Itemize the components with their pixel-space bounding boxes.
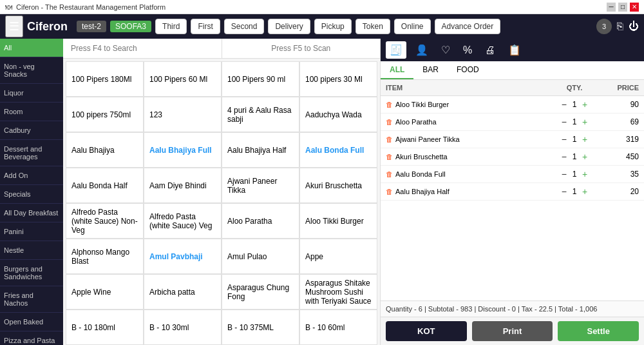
delete-item-icon[interactable]: 🗑 xyxy=(386,170,393,178)
food-item[interactable]: Aaduchya Wada xyxy=(299,97,377,132)
close-button[interactable]: ✕ xyxy=(630,3,639,12)
food-item[interactable]: Aalu Bhajiya xyxy=(66,132,144,168)
food-item[interactable]: Alfredo Pasta (white Sauce) Veg xyxy=(144,203,222,239)
sidebar-item-panini[interactable]: Panini xyxy=(0,222,63,241)
food-item[interactable]: Aam Diye Bhindi xyxy=(144,168,222,203)
food-item[interactable]: 100 Pipers 60 Ml xyxy=(144,61,222,97)
food-item[interactable]: Alphonso Mango Blast xyxy=(66,239,144,274)
tab-pickup[interactable]: Pickup xyxy=(314,19,352,34)
food-item[interactable]: Aloo Tikki Burger xyxy=(299,203,377,239)
qty-decrease[interactable]: − xyxy=(562,99,567,110)
delete-item-icon[interactable]: 🗑 xyxy=(386,101,393,108)
qty-increase[interactable]: + xyxy=(582,99,587,110)
food-item[interactable]: B - 10 180ml xyxy=(66,310,144,345)
bill-row-name: 🗑 Ajwani Paneer Tikka xyxy=(386,135,549,143)
maximize-button[interactable]: □ xyxy=(618,3,627,12)
tab-token[interactable]: Token xyxy=(355,19,390,34)
food-item[interactable]: B - 10 60ml xyxy=(299,310,377,345)
percent-icon[interactable]: % xyxy=(459,42,476,59)
qty-decrease[interactable]: − xyxy=(562,117,567,127)
sidebar-item-nestle[interactable]: Nestle xyxy=(0,241,63,260)
qty-decrease[interactable]: − xyxy=(562,169,567,179)
active-session-tag[interactable]: SOOFA3 xyxy=(110,21,151,32)
sidebar-item-room[interactable]: Room xyxy=(0,103,63,121)
food-item[interactable]: Appe xyxy=(299,239,377,274)
sidebar-item-openbaked[interactable]: Open Baked xyxy=(0,313,63,331)
tab-bar[interactable]: BAR xyxy=(413,61,448,79)
qty-increase[interactable]: + xyxy=(582,169,587,179)
food-item[interactable]: Arbicha patta xyxy=(144,274,222,310)
food-item[interactable]: Aalu Bonda Half xyxy=(66,168,144,203)
sidebar-item-pizza[interactable]: Pizza and Pasta xyxy=(0,331,63,345)
sidebar: All Non - veg Snacks Liquor Room Cadbury… xyxy=(0,39,63,345)
bill-actions: KOT Print Settle xyxy=(381,317,644,345)
titlebar-controls[interactable]: ─ □ ✕ xyxy=(607,3,639,12)
food-item[interactable]: Asparagus Chung Fong xyxy=(222,274,299,310)
food-item[interactable]: Akuri Bruschetta xyxy=(299,168,377,203)
kot-button[interactable]: KOT xyxy=(386,321,467,341)
hamburger-menu[interactable]: ☰ xyxy=(5,15,23,37)
delete-item-icon[interactable]: 🗑 xyxy=(386,135,393,143)
sidebar-item-addon[interactable]: Add On xyxy=(0,166,63,185)
sidebar-item-dessert[interactable]: Dessert and Beverages xyxy=(0,140,63,166)
sidebar-item-specials[interactable]: Specials xyxy=(0,185,63,204)
qty-decrease[interactable]: − xyxy=(562,186,567,197)
food-item[interactable]: Aalu Bhajiya Full xyxy=(144,132,222,168)
food-item[interactable]: Asparagus Shitake Mushroom Sushi with Te… xyxy=(299,274,377,310)
food-item[interactable]: 100 Pipers 180Ml xyxy=(66,61,144,97)
qty-decrease[interactable]: − xyxy=(562,152,567,162)
sidebar-item-all[interactable]: All xyxy=(0,39,63,57)
user-icon[interactable]: 👤 xyxy=(412,41,432,59)
sidebar-item-nonveg[interactable]: Non - veg Snacks xyxy=(0,57,63,84)
minimize-button[interactable]: ─ xyxy=(607,3,616,12)
food-item[interactable]: Amul Pavbhaji xyxy=(144,239,222,274)
scan-input[interactable] xyxy=(222,39,381,58)
food-item[interactable]: B - 10 375ML xyxy=(222,310,299,345)
navbar: ☰ Ciferon test-2 SOOFA3 Third First Seco… xyxy=(0,14,644,39)
tab-third[interactable]: Third xyxy=(155,19,187,34)
qty-decrease[interactable]: − xyxy=(562,134,567,144)
qty-increase[interactable]: + xyxy=(582,117,587,127)
sidebar-item-burgers[interactable]: Burgers and Sandwiches xyxy=(0,260,63,286)
search-input[interactable] xyxy=(63,39,222,58)
delete-item-icon[interactable]: 🗑 xyxy=(386,153,393,161)
heart-icon[interactable]: ♡ xyxy=(437,41,454,59)
food-item[interactable]: 100 pipers 30 Ml xyxy=(299,61,377,97)
print-header-icon[interactable]: 🖨 xyxy=(481,42,499,59)
food-item[interactable]: 4 puri & Aalu Rasa sabji xyxy=(222,97,299,132)
bill-icon[interactable]: 🧾 xyxy=(386,41,406,59)
food-item[interactable]: Aloo Paratha xyxy=(222,203,299,239)
print-button[interactable]: Print xyxy=(472,321,553,341)
food-item[interactable]: Amul Pulao xyxy=(222,239,299,274)
tab-all[interactable]: ALL xyxy=(381,61,413,79)
food-item[interactable]: 100 Pipers 90 ml xyxy=(222,61,299,97)
sidebar-item-breakfast[interactable]: All Day Breakfast xyxy=(0,204,63,222)
tab-advance-order[interactable]: Advance Order xyxy=(435,19,501,34)
food-item[interactable]: Alfredo Pasta (white Sauce) Non-Veg xyxy=(66,203,144,239)
tab-second[interactable]: Second xyxy=(224,19,265,34)
delete-item-icon[interactable]: 🗑 xyxy=(386,118,393,126)
power-icon[interactable]: ⏻ xyxy=(629,21,639,32)
tab-food[interactable]: FOOD xyxy=(448,61,488,79)
food-item[interactable]: Aalu Bonda Full xyxy=(299,132,377,168)
note-icon[interactable]: 📋 xyxy=(504,41,525,59)
qty-increase[interactable]: + xyxy=(582,152,587,162)
tab-first[interactable]: First xyxy=(191,19,220,34)
qty-increase[interactable]: + xyxy=(582,186,587,197)
sidebar-item-liquor[interactable]: Liquor xyxy=(0,84,63,103)
sidebar-item-cadbury[interactable]: Cadbury xyxy=(0,121,63,140)
settle-button[interactable]: Settle xyxy=(558,321,639,341)
copy-icon[interactable]: ⎘ xyxy=(617,21,623,32)
tab-delivery[interactable]: Delivery xyxy=(268,19,310,34)
food-item[interactable]: Aalu Bhajiya Half xyxy=(222,132,299,168)
tab-online[interactable]: Online xyxy=(394,19,431,34)
qty-increase[interactable]: + xyxy=(582,134,587,144)
sidebar-item-fries[interactable]: Fries and Nachos xyxy=(0,286,63,313)
delete-item-icon[interactable]: 🗑 xyxy=(386,188,393,195)
food-item[interactable]: Apple Wine xyxy=(66,274,144,310)
food-item[interactable]: 123 xyxy=(144,97,222,132)
food-item[interactable]: Ajwani Paneer Tikka xyxy=(222,168,299,203)
qty-value: 1 xyxy=(569,152,580,161)
food-item[interactable]: 100 pipers 750ml xyxy=(66,97,144,132)
food-item[interactable]: B - 10 30ml xyxy=(144,310,222,345)
